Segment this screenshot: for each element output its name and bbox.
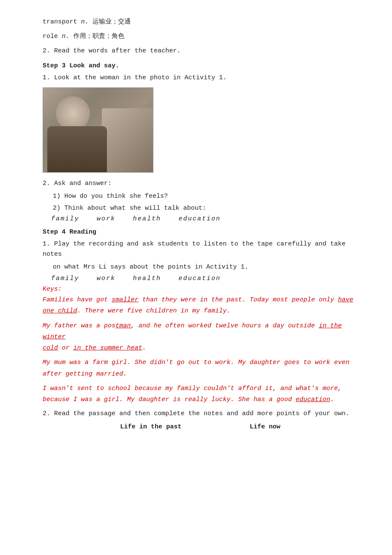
step2-item: 2. Read the words after the teacher. xyxy=(43,46,358,56)
table-col2: Life now xyxy=(250,423,280,431)
topic-work-2: work xyxy=(97,275,115,282)
table-col1: Life in the past xyxy=(120,423,182,431)
vocab-word-transport: transport xyxy=(43,18,77,26)
topic-work-1: work xyxy=(97,215,115,223)
step4-heading: Step 4 Reading xyxy=(43,228,358,236)
vocab-pos-transport: n. xyxy=(81,18,89,26)
vocab-meaning-transport: 运输业；交通 xyxy=(92,18,131,26)
step3-heading: Step 3 Look and say. xyxy=(43,62,358,69)
step3-item1: 1. Look at the woman in the photo in Act… xyxy=(43,73,358,83)
step4-item1-line2: on what Mrs Li says about the points in … xyxy=(53,262,358,272)
vocab-word-role: role xyxy=(43,33,58,40)
passage-p2: My father was a postman, and he often wo… xyxy=(43,321,358,354)
topic-family-1: family xyxy=(51,215,79,223)
topic-education-2: education xyxy=(179,275,221,282)
step3-q1: 1) How do you think she feels? xyxy=(53,191,358,202)
step3-item2-label: 2. Ask and answer: xyxy=(43,179,358,189)
vocab-transport: transport n. 运输业；交通 xyxy=(43,17,358,27)
underline-one-child: one child xyxy=(43,307,77,315)
life-table: Life in the past Life now xyxy=(43,423,358,431)
step4-topics: family work health education xyxy=(51,275,358,282)
underline-have: have xyxy=(338,296,353,304)
topic-health-1: health xyxy=(133,215,161,223)
underline-education: education xyxy=(296,396,330,403)
photo-container xyxy=(43,87,358,173)
vocab-role: role n. 作用；职责；角色 xyxy=(43,32,358,42)
passage-p3: My mum was a farm girl. She didn't go ou… xyxy=(43,357,358,380)
topic-education-1: education xyxy=(179,215,221,223)
passage-p1: Families have got smaller than they were… xyxy=(43,295,358,317)
step4-item1-line1: 1. Play the recording and ask students t… xyxy=(43,239,358,260)
underline-in-winter: in the winter xyxy=(43,322,342,341)
photo-image xyxy=(43,87,153,173)
step3-topics: family work health education xyxy=(51,215,358,223)
keys-label: Keys: xyxy=(43,286,358,293)
photo-inner-detail xyxy=(102,108,153,172)
passage-p4: I wasn't sent to school because my famil… xyxy=(43,383,358,406)
step3-q2: 2) Think about what she will talk about: xyxy=(53,203,358,214)
step4-item2: 2. Read the passage and then complete th… xyxy=(43,409,358,419)
underline-cold: cold xyxy=(43,344,58,352)
vocab-meaning-role: 作用；职责；角色 xyxy=(73,33,124,40)
vocab-pos-role: n. xyxy=(62,33,69,40)
underline-tman: tman xyxy=(115,322,131,330)
underline-summer-heat: in the summer heat xyxy=(73,344,142,352)
topic-family-2: family xyxy=(51,275,79,282)
underline-smaller: smaller xyxy=(112,296,138,304)
topic-health-2: health xyxy=(133,275,161,282)
